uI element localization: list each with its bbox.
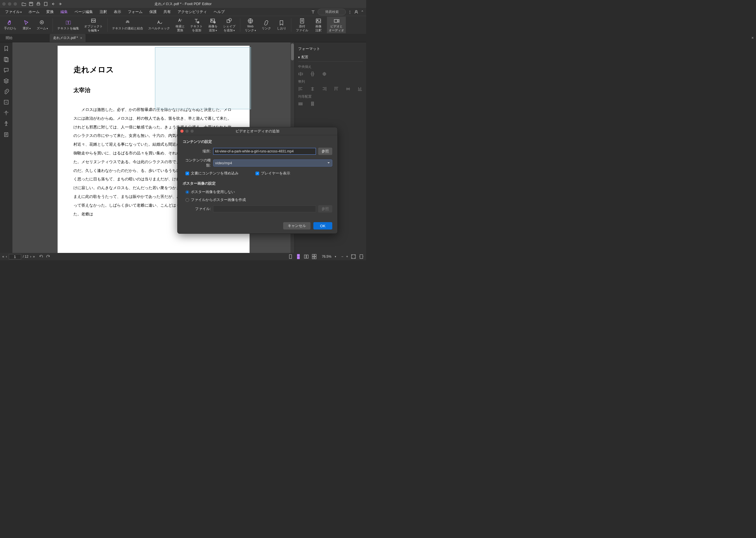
- arrange-section[interactable]: ▾配置: [298, 53, 363, 62]
- page-number-input[interactable]: [9, 254, 21, 259]
- redo-icon[interactable]: [58, 2, 63, 6]
- menu-help[interactable]: ヘルプ: [211, 8, 228, 16]
- align-left-icon[interactable]: [298, 86, 303, 91]
- tab-document[interactable]: 走れメロス.pdf * ×: [50, 34, 85, 42]
- location-input[interactable]: [213, 148, 316, 155]
- center-both-icon[interactable]: [322, 72, 327, 77]
- svg-rect-2: [37, 3, 40, 5]
- content-type-select[interactable]: video/mp4: [213, 159, 332, 167]
- menu-annotate[interactable]: 注釈: [97, 8, 110, 16]
- menu-accessibility[interactable]: アクセシビリティ: [175, 8, 210, 16]
- ok-button[interactable]: OK: [313, 222, 332, 230]
- menu-edit[interactable]: 編集: [58, 8, 71, 16]
- facing-icon[interactable]: [304, 254, 309, 259]
- poster-from-file-radio[interactable]: ファイルからポスター画像を作成: [186, 197, 246, 202]
- align-top-icon[interactable]: [334, 86, 339, 91]
- video-placement-rect[interactable]: [155, 47, 251, 109]
- destinations-panel-icon[interactable]: [3, 110, 9, 116]
- attachments-panel-icon[interactable]: [3, 89, 9, 94]
- zoom-tool-button[interactable]: ズーム▾: [35, 19, 50, 31]
- close-tab-icon[interactable]: ×: [80, 36, 82, 40]
- collapse-ribbon-icon[interactable]: ⌃: [361, 10, 364, 14]
- open-icon[interactable]: [22, 2, 26, 6]
- rotate-left-icon[interactable]: [39, 254, 44, 259]
- last-page-icon[interactable]: »: [33, 255, 35, 258]
- facing-continuous-icon[interactable]: [312, 254, 317, 259]
- link-button[interactable]: リンク: [259, 19, 273, 31]
- align-bottom-icon[interactable]: [357, 86, 362, 91]
- new-icon[interactable]: [43, 2, 48, 6]
- fields-panel-icon[interactable]: [3, 99, 9, 105]
- web-link-button[interactable]: Web リンク▾: [243, 17, 258, 33]
- menu-protect[interactable]: 保護: [146, 8, 159, 16]
- edit-object-button[interactable]: オブジェクト を編集▾: [82, 17, 104, 33]
- next-page-icon[interactable]: ›: [30, 255, 31, 258]
- print-icon[interactable]: [36, 2, 41, 6]
- scroll-thumb[interactable]: [291, 43, 294, 60]
- align-middle-icon[interactable]: [346, 86, 351, 91]
- zoom-in-icon[interactable]: +: [346, 255, 348, 258]
- undo-icon[interactable]: [51, 2, 55, 6]
- pages-panel-icon[interactable]: [3, 56, 9, 62]
- menu-view[interactable]: 表示: [111, 8, 124, 16]
- distribute-v-icon[interactable]: [310, 101, 315, 106]
- menu-more-icon[interactable]: ⋮: [348, 10, 352, 14]
- browse-button[interactable]: 参照: [318, 148, 332, 155]
- comments-panel-icon[interactable]: [3, 67, 9, 73]
- show-player-checkbox[interactable]: プレイヤーを表示: [255, 171, 290, 176]
- rotate-right-icon[interactable]: [45, 254, 51, 259]
- image-annotation-button[interactable]: 画像 注釈: [312, 17, 325, 33]
- embed-checkbox[interactable]: 文書にコンテンツを埋め込み: [186, 171, 239, 176]
- prev-page-icon[interactable]: ‹: [6, 255, 7, 258]
- align-right-icon[interactable]: [322, 86, 327, 91]
- user-icon[interactable]: [354, 10, 358, 14]
- bookmark-button[interactable]: しおり: [275, 19, 288, 31]
- menu-form[interactable]: フォーム: [125, 8, 145, 16]
- menu-share[interactable]: 共有: [161, 8, 174, 16]
- fit-page-icon[interactable]: [351, 254, 356, 259]
- video-icon: [333, 18, 340, 24]
- dialog-close-icon[interactable]: [181, 130, 184, 133]
- edit-text-button[interactable]: テキストを編集: [56, 19, 81, 31]
- minimize-window[interactable]: [8, 2, 11, 6]
- add-text-button[interactable]: テキスト を追加: [189, 17, 204, 33]
- continuous-icon[interactable]: [296, 254, 301, 259]
- center-h-icon[interactable]: [298, 72, 303, 77]
- distribute-h-icon[interactable]: [298, 101, 303, 106]
- close-window[interactable]: [2, 2, 6, 6]
- link-join-text-button[interactable]: テキストの連結と結合: [110, 19, 145, 31]
- cancel-button[interactable]: キャンセル: [283, 222, 310, 230]
- tab-start[interactable]: 開始: [2, 34, 16, 42]
- add-shape-button[interactable]: シェイプ を追加▾: [221, 17, 237, 33]
- text-tool-icon[interactable]: [311, 10, 315, 14]
- video-audio-button[interactable]: ビデオと オーディオ: [327, 17, 346, 33]
- save-icon[interactable]: [29, 2, 33, 6]
- center-v-icon[interactable]: [310, 72, 315, 77]
- tags-panel-icon[interactable]: [3, 132, 9, 137]
- spellcheck-button[interactable]: スペルチェック: [146, 19, 172, 31]
- menu-file[interactable]: ファイル▾: [2, 8, 25, 16]
- maximize-window[interactable]: [14, 2, 17, 6]
- quick-search-input[interactable]: 簡易検索: [318, 9, 346, 15]
- dialog-title: ビデオとオーディオの追加: [236, 129, 280, 134]
- no-poster-radio[interactable]: ポスター画像を使用しない: [186, 189, 235, 194]
- accessibility-panel-icon[interactable]: [3, 121, 9, 127]
- location-label: 場所:: [183, 149, 211, 154]
- fit-width-icon[interactable]: [359, 254, 364, 259]
- select-tool-button[interactable]: 選択▾: [20, 19, 33, 31]
- bookmarks-panel-icon[interactable]: [3, 46, 9, 51]
- attachment-button[interactable]: 添付 ファイル: [294, 17, 310, 33]
- zoom-level[interactable]: 76.5%: [322, 255, 331, 258]
- menu-page-edit[interactable]: ページ編集: [72, 8, 96, 16]
- link-text-icon: [125, 20, 131, 26]
- menu-home[interactable]: ホーム: [26, 8, 42, 16]
- menu-convert[interactable]: 変換: [43, 8, 56, 16]
- hand-tool-button[interactable]: 手のひら: [2, 19, 18, 31]
- first-page-icon[interactable]: «: [2, 255, 4, 258]
- single-page-icon[interactable]: [288, 254, 293, 259]
- add-image-button[interactable]: 画像を 追加▾: [206, 17, 220, 33]
- layers-panel-icon[interactable]: [3, 78, 9, 83]
- zoom-out-icon[interactable]: −: [341, 255, 343, 258]
- search-replace-button[interactable]: 検索と 置換: [173, 17, 187, 33]
- align-center-h-icon[interactable]: [310, 86, 315, 91]
